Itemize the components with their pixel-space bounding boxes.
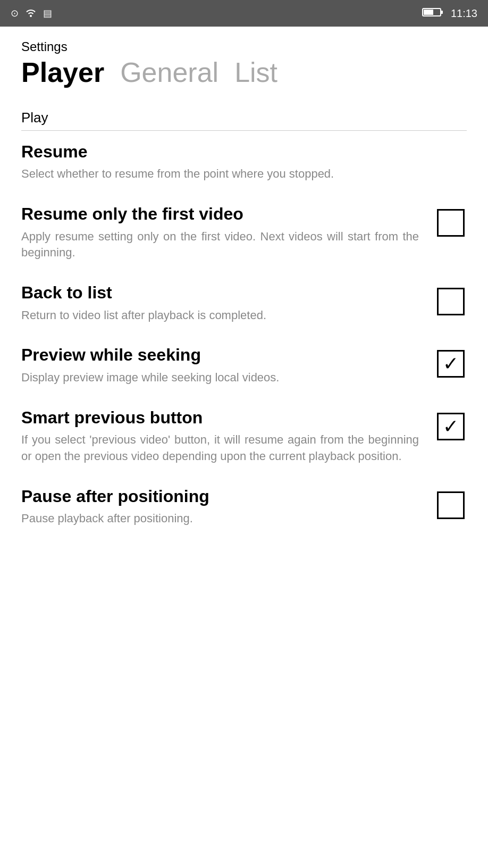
setting-back-to-list-checkbox[interactable] [437, 288, 465, 315]
setting-smart-previous: Smart previous button If you select 'pre… [21, 407, 467, 465]
setting-resume: Resume Select whether to resume from the… [21, 141, 467, 182]
setting-preview-seeking-text: Preview while seeking Display preview im… [21, 345, 435, 386]
setting-smart-previous-text: Smart previous button If you select 'pre… [21, 407, 435, 465]
status-bar: ⊙ ▤ 11:13 [0, 0, 488, 27]
setting-pause-positioning-checkbox[interactable] [437, 491, 465, 519]
svg-rect-2 [441, 11, 443, 14]
tab-general[interactable]: General [120, 56, 218, 88]
circle-icon: ⊙ [11, 7, 19, 19]
setting-resume-title: Resume [21, 141, 451, 162]
message-icon: ▤ [43, 7, 52, 19]
setting-resume-first-text: Resume only the first video Apply resume… [21, 204, 435, 261]
setting-preview-seeking-checkbox[interactable]: ✓ [437, 350, 465, 378]
setting-pause-positioning-text: Pause after positioning Pause playback a… [21, 486, 435, 527]
battery-icon [422, 7, 443, 20]
section-play-title: Play [21, 110, 48, 126]
setting-back-to-list-text: Back to list Return to video list after … [21, 282, 435, 323]
setting-smart-previous-description: If you select 'previous video' button, i… [21, 432, 419, 465]
setting-resume-first-checkbox[interactable] [437, 209, 465, 237]
setting-resume-first-description: Apply resume setting only on the first v… [21, 229, 419, 262]
setting-back-to-list-checkbox-container [435, 286, 467, 318]
status-icons: ⊙ ▤ [11, 7, 52, 20]
setting-resume-first-checkbox-container [435, 207, 467, 239]
tabs-row: Player General List [21, 56, 467, 88]
setting-preview-seeking-checkbox-container: ✓ [435, 348, 467, 380]
settings-label: Settings [21, 39, 467, 54]
setting-resume-first-title: Resume only the first video [21, 204, 419, 224]
setting-resume-text: Resume Select whether to resume from the… [21, 141, 467, 182]
setting-preview-seeking-title: Preview while seeking [21, 345, 419, 365]
setting-pause-positioning-description: Pause playback after positioning. [21, 511, 419, 527]
setting-resume-description: Select whether to resume from the point … [21, 166, 451, 182]
tab-list[interactable]: List [234, 56, 277, 88]
setting-smart-previous-checkbox-container: ✓ [435, 411, 467, 443]
section-divider [21, 130, 467, 131]
setting-smart-previous-checkbox[interactable]: ✓ [437, 413, 465, 440]
setting-smart-previous-title: Smart previous button [21, 407, 419, 428]
setting-back-to-list: Back to list Return to video list after … [21, 282, 467, 323]
setting-pause-positioning: Pause after positioning Pause playback a… [21, 486, 467, 527]
setting-preview-seeking: Preview while seeking Display preview im… [21, 345, 467, 386]
status-right: 11:13 [422, 7, 477, 20]
checkmark-icon-2: ✓ [443, 417, 459, 436]
setting-pause-positioning-checkbox-container [435, 489, 467, 521]
time-display: 11:13 [451, 7, 477, 20]
setting-back-to-list-title: Back to list [21, 282, 419, 303]
checkmark-icon: ✓ [443, 354, 459, 373]
wifi-icon [25, 7, 37, 20]
content: Play Resume Select whether to resume fro… [0, 110, 488, 527]
svg-rect-1 [424, 10, 433, 15]
setting-back-to-list-description: Return to video list after playback is c… [21, 307, 419, 324]
tab-player[interactable]: Player [21, 56, 104, 88]
section-play-header: Play [21, 110, 467, 126]
setting-resume-first: Resume only the first video Apply resume… [21, 204, 467, 261]
setting-pause-positioning-title: Pause after positioning [21, 486, 419, 506]
setting-preview-seeking-description: Display preview image while seeking loca… [21, 370, 419, 386]
header: Settings Player General List [0, 27, 488, 88]
